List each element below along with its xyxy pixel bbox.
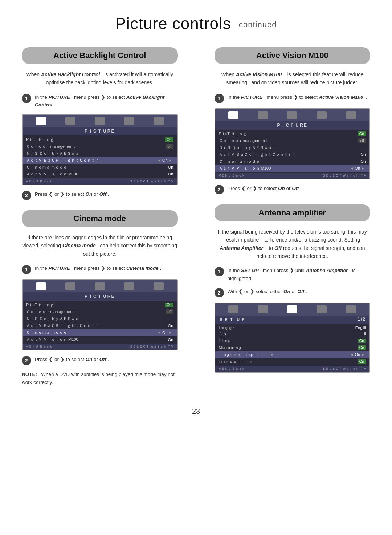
ant-step1-text: In the SET UP menu press ❯ until Antenna… <box>228 267 371 282</box>
active-backlight-desc: When Active Backlight Control is activat… <box>22 70 178 87</box>
tv-icon-features-antenna <box>287 305 297 313</box>
tv-icon-features <box>95 117 105 125</box>
column-divider <box>196 47 196 396</box>
cinema-mode-tv-screen: PＩCＴＵRE PｉcT Ｈｉｎｇ On Ｃｏｌｏｕｒmanagemenｔ of… <box>22 279 178 350</box>
page-number: 23 <box>22 407 370 416</box>
tv-icon-setup-cinema <box>154 282 164 290</box>
step1-text: In the PICTURE menu press ❯ to select Ac… <box>35 93 178 109</box>
tv-row-2: Ｃｏｌｏｕｒmanagemenｔ off <box>23 143 177 150</box>
active-vision-desc: When Active Vision M100 is selected this… <box>215 70 371 87</box>
cinema-tv-row-1: PｉcT Ｈｉｎｇ On <box>23 301 177 308</box>
title-continued: continued <box>239 20 277 29</box>
tv-icon-features-av <box>287 111 297 119</box>
right-column: Active Vision M100 When Active Vision M1… <box>215 47 371 396</box>
tv-bottom-bar-backlight: ＭＥＮＵ Ｂａｃｋ ＳＥＬＥＣＴ Ｗａｔｃｈ ＴＶ <box>23 178 177 185</box>
cinema-tv-row-2: Ｃｏｌｏｕｒmanagemenｔ off <box>23 308 177 315</box>
tv-row-3: ＮｒＳ ＤｏｌｂｙＡＥＳｗａ <box>23 150 177 157</box>
tv-icon-picture-cinema <box>36 282 46 290</box>
ant-step2-num: 2 <box>215 288 224 297</box>
tv-icon-timer-av <box>317 111 327 119</box>
active-backlight-step1: 1 In the PICTURE menu press ❯ to select … <box>22 93 178 109</box>
tv-icon-picture-av <box>228 111 238 119</box>
ant-tv-row-4: Maniiii iiiiｎg On <box>215 344 370 351</box>
cinema-step1-text: In the PICTURE menu press ❯ to select Ci… <box>35 264 161 272</box>
title-text: Picture controls <box>115 15 231 32</box>
tv-icon-sound-antenna <box>258 305 268 313</box>
antenna-tv-screen: ＳＥＴ ＵＰ 1/2 Langiige Engiiii Ｃｏｌ ii <box>215 303 371 373</box>
antenna-step1: 1 In the SET UP menu press ❯ until Anten… <box>215 267 371 282</box>
antenna-amplifier-header: Antenna amplifier <box>215 204 371 221</box>
tv-menu-title-av: PＩCＴＵRE <box>215 121 370 130</box>
cinema-step2-num: 2 <box>22 356 31 365</box>
active-backlight-step2: 2 Press ❮ or ❯ to select On or Off . <box>22 190 178 200</box>
tv-icon-setup <box>154 117 164 125</box>
av-tv-row-5: Ｃｉｎｅｍａ ｍｏｄｅ On <box>215 158 370 165</box>
tv-icon-timer-antenna <box>317 305 327 313</box>
ant-tv-row-1: Langiige Engiiii <box>215 325 370 331</box>
tv-menu-rows-cinema: PｉcT Ｈｉｎｇ On Ｃｏｌｏｕｒmanagemenｔ off ＮｒＳ Ｄｏ… <box>23 301 177 344</box>
section-active-backlight: Active Backlight Control When Active Bac… <box>22 47 178 200</box>
tv-icons-bar <box>23 115 177 127</box>
tv-icons-bar-antenna <box>215 303 370 316</box>
tv-row-5: Ｃｉｎｅｍａ ｍｏｄｅ On <box>23 164 177 171</box>
cinema-tv-row-6: ＡｃｔＶ Ｖｉｓｉｏｎ M100 On <box>23 336 177 343</box>
page-title-area: Picture controls continued <box>22 15 370 33</box>
active-vision-header: Active Vision M100 <box>215 47 371 64</box>
tv-menu-rows-antenna: Langiige Engiiii Ｃｏｌ ii ii iiiｎg On Ma <box>215 324 370 366</box>
tv-icon-sound <box>65 117 75 125</box>
tv-menu-title-av-text: PＩCＴＵRE <box>277 123 307 128</box>
ant-tv-row-5-highlighted: ｉｎgｎｎａ ｉｍｐｉｉｉｉｅｉ ◄ On ► <box>215 351 370 358</box>
av-tv-row-4: ＡｃｔＶ ＢａＣＫｌｉｇｈｔＣｏｎｔｒｌ On <box>215 151 370 158</box>
tv-bottom-bar-antenna: ＭＥＮＵ Ｂａｃｋ ＳＥＬＥＣＴ Ｗａｔｃｈ ＴＶ <box>215 366 370 372</box>
tv-menu-title-antenna: ＳＥＴ ＵＰ 1/2 <box>215 316 370 324</box>
cinema-mode-step1: 1 In the PICTURE menu press ❯ to select … <box>22 264 178 274</box>
av-step2-num: 2 <box>215 185 224 194</box>
tv-menu-title-cinema: PＩCＴＵRE <box>23 292 177 301</box>
ant-step2-text: With ❮ or ❯ select either On or Off . <box>228 288 307 296</box>
active-backlight-header: Active Backlight Control <box>22 47 178 64</box>
cinema-mode-header: Cinema mode <box>22 210 178 227</box>
av-step1-text: In the PICTURE menu press ❯ to select Ac… <box>228 93 367 101</box>
antenna-step2: 2 With ❮ or ❯ select either On or Off . <box>215 288 371 297</box>
page-title: Picture controls continued <box>22 15 370 33</box>
cinema-mode-desc: If there are lines or jagged edges in th… <box>22 234 178 258</box>
active-vision-title: Active Vision M100 <box>256 51 328 60</box>
antenna-amplifier-title: Antenna amplifier <box>258 208 326 217</box>
tv-icon-picture <box>36 117 46 125</box>
active-vision-step1: 1 In the PICTURE menu press ❯ to select … <box>215 93 371 103</box>
av-tv-row-2: Ｃｏｌｏｕｒmanagemenｔ off <box>215 137 370 144</box>
ant-tv-row-6: iiii iiｎｓｅｉｉｉｎ On <box>215 358 370 365</box>
ant-step1-num: 1 <box>215 267 224 276</box>
tv-icon-picture-antenna <box>228 305 238 313</box>
cinema-tv-row-5-highlighted: Ｃｉｎｅｍａ ｍｏｄｅ ◄ On ► <box>23 329 177 336</box>
step1-num: 1 <box>22 94 31 103</box>
active-vision-tv-screen: PＩCＴＵRE PｉcT Ｈｉｎｇ On Ｃｏｌｏｕｒmanagemenｔ of… <box>215 108 371 179</box>
step2-text: Press ❮ or ❯ to select On or Off . <box>35 190 109 198</box>
section-cinema-mode: Cinema mode If there are lines or jagged… <box>22 210 178 386</box>
tv-menu-title-backlight: PＩCＴＵRE <box>23 127 177 135</box>
tv-row-1: PｉcT Ｈｉｎｇ On <box>23 136 177 143</box>
tv-menu-rows-av: PｉcT Ｈｉｎｇ On Ｃｏｌｏｕｒmanagemenｔ off ＮｒＳ Ｄｏ… <box>215 130 370 173</box>
av-tv-row-3: ＮｒＳ ＤｏｌｂｙＡＥＳｗａ <box>215 144 370 151</box>
cinema-tv-row-3: ＮｒＳ ＤｏｌｂｙＡＥＳｗａ <box>23 315 177 322</box>
tv-icons-bar-av <box>215 109 370 121</box>
section-antenna-amplifier: Antenna amplifier If the signal being re… <box>215 204 371 373</box>
tv-bottom-bar-av: ＭＥＮＵ Ｂａｃｋ ＳＥＬＥＣＴ Ｗａｔｃｈ ＴＶ <box>215 173 370 179</box>
step2-num: 2 <box>22 191 31 200</box>
tv-icon-sound-av <box>258 111 268 119</box>
tv-menu-title-text: PＩCＴＵRE <box>85 129 115 134</box>
ant-tv-row-2: Ｃｏｌ ii <box>215 331 370 337</box>
tv-icon-setup-av <box>346 111 356 119</box>
tv-menu-page: 1/2 <box>358 317 366 323</box>
tv-icons-bar-cinema <box>23 280 177 292</box>
ant-tv-row-3: ii iiiｎg On <box>215 337 370 344</box>
tv-menu-rows-backlight: PｉcT Ｈｉｎｇ On Ｃｏｌｏｕｒmanagemenｔ off ＮｒＳ Ｄｏ… <box>23 135 177 178</box>
page-number-text: 23 <box>192 407 200 415</box>
cinema-note: NOTE: When a DVD with subtitles is being… <box>22 370 178 386</box>
tv-icon-timer-cinema <box>124 282 134 290</box>
tv-menu-title-antenna-text: ＳＥＴ ＵＰ <box>219 317 246 323</box>
tv-bottom-bar-cinema: ＭＥＮＵ Ｂａｃｋ ＳＥＬＥＣＴ Ｗａｔｃｈ ＴＶ <box>23 344 177 350</box>
av-step2-text: Press ❮ or ❯ to select On or Off . <box>228 185 302 192</box>
tv-row-6: ＡｃｔＶ Ｖｉｓｉｏｎ M100 On <box>23 171 177 178</box>
antenna-amplifier-desc: If the signal being received by the tele… <box>215 228 371 260</box>
